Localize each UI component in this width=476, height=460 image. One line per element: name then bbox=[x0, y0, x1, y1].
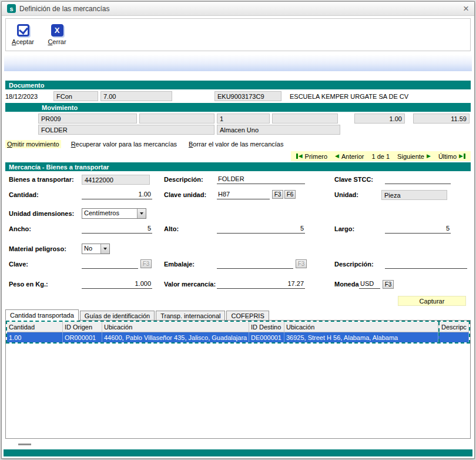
column-header-ubicacion-destino[interactable]: Ubicación bbox=[284, 322, 438, 332]
chevron-down-icon bbox=[137, 209, 146, 218]
ancho-label: Ancho: bbox=[9, 225, 31, 232]
table-row[interactable]: 1.00 OR000001 44600, Pablo Villaseñor 43… bbox=[7, 332, 469, 342]
alto-label: Alto: bbox=[164, 225, 179, 232]
alto-field[interactable]: 5 bbox=[217, 225, 305, 234]
tab-guias-identificacion[interactable]: Guías de identificación bbox=[80, 311, 155, 320]
acciones-row: Omitir movimiento Recuperar valor para l… bbox=[5, 139, 471, 149]
aceptar-label: Aceptar bbox=[12, 38, 34, 45]
cantidad-field[interactable]: 1.00 bbox=[82, 191, 152, 199]
material-peligroso-label: Material peligroso: bbox=[9, 245, 66, 252]
clave-unidad-field[interactable]: H87 bbox=[217, 191, 270, 199]
cell-cantidad: 1.00 bbox=[7, 332, 63, 342]
window-title: Definición de las mercancías bbox=[19, 5, 109, 13]
bottom-accent-bar bbox=[4, 449, 472, 456]
movimiento-field-2 bbox=[139, 114, 214, 124]
close-icon[interactable]: × bbox=[463, 4, 469, 14]
nav-first-button[interactable]: ◀Primero bbox=[296, 153, 327, 160]
app-icon: s bbox=[7, 4, 16, 13]
next-record-icon: ▶ bbox=[427, 154, 431, 159]
mercancia-form: Bienes a transportar: 44122000 Descripci… bbox=[6, 172, 470, 309]
nav-position: 1 de 1 bbox=[372, 153, 390, 160]
recuperar-valor-link[interactable]: Recuperar valor para las mercancías bbox=[69, 140, 179, 148]
f3-button-moneda[interactable]: F3 bbox=[383, 280, 394, 289]
rfc-field: EKU9003173C9 bbox=[214, 91, 281, 101]
cell-ubicacion-origen: 44600, Pablo Villaseñor 435, Jalisco, Gu… bbox=[102, 332, 249, 342]
toolbar-container: Aceptar X Cerrar bbox=[2, 16, 474, 52]
column-header-id-destino[interactable]: ID Destino bbox=[249, 322, 284, 332]
material-peligroso-select[interactable]: No bbox=[82, 244, 110, 254]
cantidad-label: Cantidad: bbox=[9, 191, 39, 198]
cerrar-label: Cerrar bbox=[48, 38, 66, 45]
close-x-icon: X bbox=[51, 24, 63, 36]
nav-next-button[interactable]: Siguiente▶ bbox=[397, 153, 431, 160]
cell-id-origen: OR000001 bbox=[63, 332, 102, 342]
column-header-cantidad[interactable]: Cantidad bbox=[7, 322, 63, 332]
clave-stcc-label: Clave STCC: bbox=[334, 176, 373, 183]
selection-marquee: Cantidad ID Origen Ubicación ID Destino … bbox=[6, 321, 470, 344]
tab-cofepris[interactable]: COFEPRIS bbox=[226, 311, 269, 320]
borrar-valor-link[interactable]: Borrar el valor de las mercancías bbox=[187, 140, 285, 148]
unidad-dimensiones-label: Unidad dimensiones: bbox=[9, 210, 74, 217]
column-header-id-origen[interactable]: ID Origen bbox=[63, 322, 102, 332]
movimiento-precio-field: 11.59 bbox=[413, 114, 470, 124]
navigation-bar: ◀Primero ◀Anterior 1 de 1 Siguiente▶ Últ… bbox=[291, 151, 471, 161]
movimiento-descripcion-field: FOLDER bbox=[38, 125, 214, 135]
movimiento-section-header: Movimiento bbox=[5, 103, 471, 112]
moneda-field[interactable]: USD bbox=[359, 280, 380, 289]
descripcion2-field[interactable] bbox=[385, 260, 467, 269]
cliente-name: ESCUELA KEMPER URGATE SA DE CV bbox=[290, 93, 408, 100]
movimiento-row-2: FOLDER Almacen Uno bbox=[5, 125, 470, 135]
titlebar: s Definición de las mercancías × bbox=[2, 2, 474, 16]
valor-mercancia-field[interactable]: 17.27 bbox=[217, 280, 305, 289]
embalaje-field[interactable] bbox=[217, 260, 293, 269]
folio-field: 7.00 bbox=[100, 91, 172, 101]
cantidad-transportada-grid[interactable]: Cantidad ID Origen Ubicación ID Destino … bbox=[5, 320, 471, 439]
column-header-descripcion[interactable]: Descripc bbox=[438, 322, 469, 332]
movimiento-field-4 bbox=[272, 114, 338, 124]
largo-field[interactable]: 5 bbox=[385, 225, 451, 234]
last-record-icon: ▶ bbox=[459, 154, 465, 159]
descripcion2-label: Descripción: bbox=[334, 261, 374, 268]
f3-button-clave-unidad[interactable]: F3 bbox=[272, 190, 283, 199]
tab-cantidad-transportada[interactable]: Cantidad transportada bbox=[5, 309, 79, 321]
largo-label: Largo: bbox=[334, 225, 354, 232]
descripcion-field[interactable]: FOLDER bbox=[217, 175, 305, 184]
dialog-window: s Definición de las mercancías × Aceptar… bbox=[1, 1, 475, 459]
bienes-label: Bienes a transportar: bbox=[9, 176, 74, 183]
embalaje-label: Embalaje: bbox=[164, 261, 195, 268]
movimiento-cantidad-field: 1 bbox=[217, 114, 270, 124]
f3-button-clave: F3 bbox=[140, 259, 152, 268]
descripcion-label: Descripción: bbox=[164, 176, 203, 183]
aceptar-button[interactable]: Aceptar bbox=[8, 20, 38, 49]
cell-ubicacion-destino: 36925, Street H 56, Alabama, Alabama bbox=[284, 332, 438, 342]
cerrar-button[interactable]: X Cerrar bbox=[42, 20, 72, 49]
ancho-field[interactable]: 5 bbox=[82, 225, 152, 234]
movimiento-row-1: PR009 1 1.00 11.59 bbox=[5, 114, 470, 124]
cell-id-destino: DE000001 bbox=[249, 332, 284, 342]
movimiento-costo-field: 1.00 bbox=[354, 114, 405, 124]
f6-button-clave-unidad[interactable]: F6 bbox=[284, 190, 296, 199]
peso-field[interactable]: 1.000 bbox=[82, 280, 152, 289]
chevron-down-icon bbox=[100, 244, 109, 254]
unidad-field: Pieza bbox=[381, 190, 447, 200]
unidad-dimensiones-select[interactable]: Centímetros bbox=[82, 208, 146, 219]
nav-prev-button[interactable]: ◀Anterior bbox=[335, 153, 364, 160]
clave-field[interactable] bbox=[82, 260, 138, 269]
concepto-field: FCon bbox=[53, 91, 98, 101]
documento-section-header: Documento bbox=[5, 81, 471, 89]
grid-header-row: Cantidad ID Origen Ubicación ID Destino … bbox=[7, 322, 469, 332]
peso-label: Peso en Kg.: bbox=[9, 281, 48, 288]
producto-field: PR009 bbox=[38, 114, 137, 124]
nav-last-button[interactable]: Último▶ bbox=[438, 153, 465, 160]
unidad-label: Unidad: bbox=[334, 191, 358, 198]
clave-stcc-field[interactable] bbox=[385, 175, 451, 184]
mercancia-section-header: Mercancía - Bienes a transportar bbox=[5, 162, 471, 171]
horizontal-scrollbar-thumb[interactable] bbox=[18, 444, 31, 445]
column-header-ubicacion-origen[interactable]: Ubicación bbox=[102, 322, 249, 332]
tab-transp-internacional[interactable]: Transp. internacional bbox=[156, 311, 225, 320]
accept-check-icon bbox=[17, 24, 29, 36]
fecha-value: 18/12/2023 bbox=[5, 93, 51, 100]
capturar-button[interactable]: Capturar bbox=[398, 296, 466, 306]
omitir-movimiento-link[interactable]: Omitir movimiento bbox=[5, 140, 61, 148]
f3-button-embalaje: F3 bbox=[296, 259, 307, 268]
